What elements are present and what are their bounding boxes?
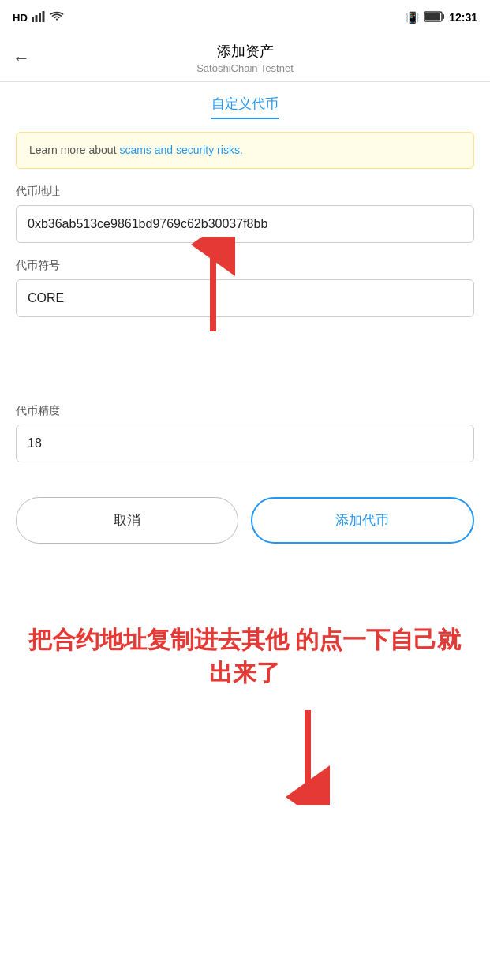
hd-icon: HD (13, 12, 28, 24)
tab-custom-token[interactable]: 自定义代币 (211, 95, 279, 119)
decimals-label: 代币精度 (16, 404, 474, 418)
status-left: HD (13, 11, 64, 24)
vibrate-icon: 📳 (406, 11, 419, 24)
cancel-button[interactable]: 取消 (16, 497, 238, 544)
tab-bar: 自定义代币 (0, 82, 490, 119)
svg-rect-2 (39, 13, 41, 22)
symbol-input[interactable] (16, 279, 474, 317)
status-bar: HD 📳 12:31 (0, 0, 490, 35)
battery-icon (424, 11, 444, 24)
add-token-button[interactable]: 添加代币 (251, 497, 475, 544)
status-right: 📳 12:31 (406, 11, 477, 24)
decimals-section: 代币精度 (0, 404, 490, 462)
scam-security-link[interactable]: scams and security risks. (119, 144, 242, 156)
svg-rect-3 (42, 11, 44, 22)
decimals-input[interactable] (16, 425, 474, 462)
annotation-text: 把合约地址复制进去其他 的点一下自己就出来了 (24, 623, 466, 690)
back-button[interactable]: ← (13, 48, 30, 69)
svg-rect-0 (32, 17, 34, 22)
warning-text: Learn more about (29, 144, 119, 156)
network-subtitle: SatoshiChain Testnet (196, 62, 294, 74)
time-display: 12:31 (449, 11, 477, 24)
symbol-label: 代币符号 (16, 259, 474, 273)
form-section: 代币地址 代币符号 (0, 185, 490, 317)
bottom-buttons: 取消 添加代币 (0, 481, 490, 559)
svg-rect-1 (35, 15, 37, 22)
page-header: ← 添加资产 SatoshiChain Testnet (0, 35, 490, 82)
address-input[interactable] (16, 205, 474, 243)
svg-rect-6 (425, 13, 440, 20)
arrow-down-icon (268, 710, 347, 805)
page-title: 添加资产 (217, 42, 274, 61)
warning-box: Learn more about scams and security risk… (16, 132, 474, 169)
svg-rect-5 (443, 14, 445, 19)
signal-bars (32, 11, 46, 24)
wifi-icon (50, 11, 64, 24)
address-label: 代币地址 (16, 185, 474, 199)
